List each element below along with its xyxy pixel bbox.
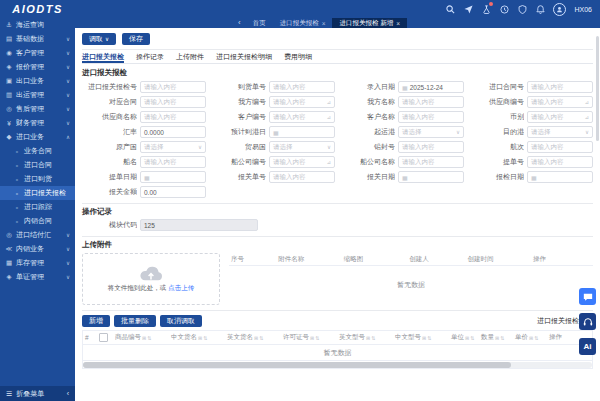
text-input[interactable]: 请输入内容 [140,156,206,168]
text-input[interactable]: 请输入内容 [398,96,464,108]
sidebar-item[interactable]: ▣出口业务∨ [0,74,75,88]
batch-delete-button[interactable]: 批量删除 [114,315,156,327]
sidebar-subitem[interactable]: ▫业务合同 [0,144,75,158]
filter-icon[interactable]: ⊞ [198,335,202,341]
upload-dropzone[interactable]: 将文件拖到此处，或 点击上传 [82,253,220,305]
text-input[interactable]: 请输入内容 [140,96,206,108]
filter-icon[interactable]: ⊞ [465,335,469,341]
sidebar-item[interactable]: ▦库存管理∨ [0,256,75,270]
column-header[interactable]: 单位⊞⇅ [449,333,479,342]
column-header[interactable]: 中文型号⊞⇅ [393,333,449,342]
text-input[interactable]: 请输入内容⊿ [527,96,593,108]
sidebar-item[interactable]: ◎售后管理∨ [0,102,75,116]
sort-icon[interactable]: ⇅ [371,335,375,341]
select-field[interactable]: 请选择∨ [269,141,335,153]
column-header[interactable]: 中文货名⊞⇅ [169,333,225,342]
text-input[interactable]: 请输入内容 [140,111,206,123]
send-icon[interactable] [463,4,473,14]
picker-icon[interactable]: ⊿ [327,114,331,120]
sort-icon[interactable]: ⇅ [470,335,474,341]
sidebar-item[interactable]: ▤基础数据∨ [0,32,75,46]
retrieve-button[interactable]: 调取 ∨ [82,33,116,45]
filter-icon[interactable]: ⊞ [422,335,426,341]
sidebar-subitem[interactable]: ▫进口报关报检 [0,186,75,200]
chat-fab-button[interactable] [579,288,596,305]
text-input[interactable]: 请输入内容 [527,141,593,153]
select-all-checkbox[interactable] [99,333,108,342]
date-field[interactable]: ▦ [140,171,206,183]
shield-icon[interactable] [517,4,527,14]
anchor-tab[interactable]: 操作记录 [136,50,164,63]
sidebar-subitem[interactable]: ▫进口合同 [0,158,75,172]
picker-icon[interactable]: ⊿ [327,159,331,165]
window-tab[interactable]: 进口报关报检× [273,18,333,28]
sort-icon[interactable]: ⇅ [203,335,207,341]
filter-icon[interactable]: ⊞ [254,335,258,341]
sort-icon[interactable]: ⇅ [500,335,504,341]
column-header[interactable]: 许可证号⊞⇅ [281,333,337,342]
anchor-tab[interactable]: 费用明细 [284,50,312,63]
horizontal-scrollbar[interactable] [83,362,592,368]
bell-icon[interactable] [535,4,545,14]
column-header[interactable]: 数量⊞⇅ [479,333,513,342]
select-field[interactable]: 请选择∨ [398,126,464,138]
text-input[interactable]: 请输入内容 [269,81,335,93]
window-tab[interactable]: 首页 [246,18,273,28]
date-field[interactable]: ▦2025-12-24 [398,81,464,93]
sidebar-item[interactable]: ◎进口结付汇∨ [0,228,75,242]
sidebar-subitem[interactable]: ▫进口到货 [0,172,75,186]
sidebar-item[interactable]: ≪内销业务∨ [0,242,75,256]
text-input[interactable]: 0.00 [140,186,206,198]
filter-icon[interactable]: ⊞ [529,335,533,341]
sidebar-subitem[interactable]: ▫内销合同 [0,214,75,228]
avatar[interactable] [553,3,566,16]
text-input[interactable]: 0.0000 [140,126,206,138]
sort-icon[interactable]: ⇅ [147,335,151,341]
window-tab[interactable]: 进口报关报检 新增× [332,18,407,28]
picker-icon[interactable]: ⊿ [585,99,589,105]
filter-icon[interactable]: ⊞ [310,335,314,341]
picker-icon[interactable]: ⊿ [327,99,331,105]
filter-icon[interactable]: ⊞ [142,335,146,341]
anchor-tab[interactable]: 上传附件 [176,50,204,63]
collapse-menu-button[interactable]: ☰ 折叠菜单 ‹ [0,386,75,401]
filter-icon[interactable]: ⊞ [366,335,370,341]
flask-icon[interactable] [481,4,491,14]
close-icon[interactable]: × [322,20,326,27]
search-icon[interactable] [445,4,455,14]
sort-icon[interactable]: ⇅ [315,335,319,341]
vertical-scrollbar-thumb[interactable] [596,36,599,141]
close-icon[interactable]: × [396,20,400,27]
text-input[interactable]: 请输入内容⊿ [269,111,335,123]
filter-icon[interactable]: ⊞ [495,335,499,341]
sidebar-item[interactable]: ⚓海运查询 [0,18,75,32]
select-field[interactable]: 请选择∨ [140,141,206,153]
anchor-tab[interactable]: 进口报关报检 [82,50,124,63]
sidebar-item[interactable]: ¥财务管理∨ [0,116,75,130]
sidebar-item[interactable]: ◈报价管理∨ [0,60,75,74]
tabs-back-chevron-icon[interactable]: ‹ [233,18,246,28]
text-input[interactable]: 请输入内容 [140,81,206,93]
click-upload-link[interactable]: 点击上传 [168,284,194,291]
sidebar-item[interactable]: ◆进口业务∧ [0,130,75,144]
sort-icon[interactable]: ⇅ [534,335,538,341]
sort-icon[interactable]: ⇅ [259,335,263,341]
add-detail-button[interactable]: 新增 [82,315,110,327]
date-field[interactable]: ▦ [269,126,335,138]
text-input[interactable]: 请输入内容 [527,81,593,93]
sidebar-subitem[interactable]: ▫进口跟踪 [0,200,75,214]
save-button[interactable]: 保存 [122,33,150,45]
sort-icon[interactable]: ⇅ [427,335,431,341]
text-input[interactable]: 请输入内容 [398,141,464,153]
column-header[interactable]: 英文货名⊞⇅ [225,333,281,342]
select-field[interactable]: 请选择∨ [527,126,593,138]
text-input[interactable]: 请输入内容⊿ [269,156,335,168]
ai-assistant-fab-button[interactable]: Ai [579,338,596,355]
cancel-retrieve-button[interactable]: 取消调取 [160,315,202,327]
text-input[interactable]: 请输入内容⊿ [269,96,335,108]
anchor-tab[interactable]: 进口报关报检明细 [216,50,272,63]
horizontal-scrollbar-thumb[interactable] [83,362,511,368]
history-icon[interactable] [499,4,509,14]
date-field[interactable]: ▦ [527,171,593,183]
text-input[interactable]: 请输入内容 [398,156,464,168]
